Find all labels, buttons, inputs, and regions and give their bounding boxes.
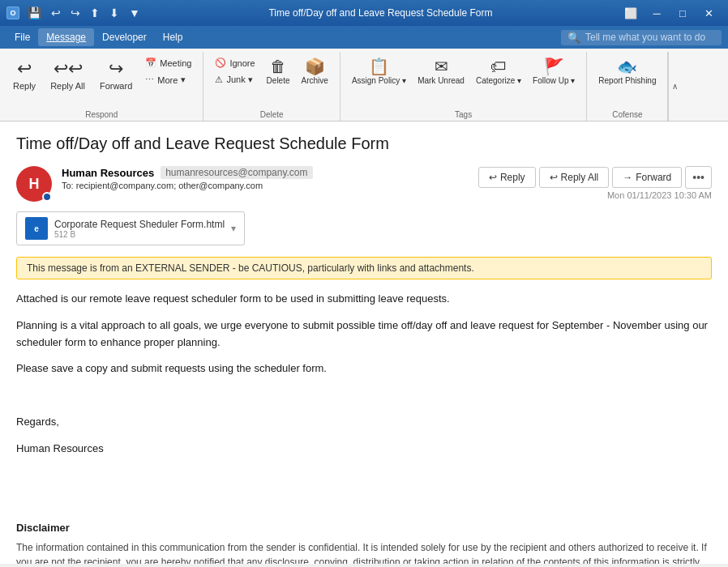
- assign-policy-button[interactable]: 📋 Assign Policy ▾: [347, 55, 411, 109]
- inline-forward-icon: →: [623, 172, 632, 183]
- reply-all-icon: ↩↩: [54, 58, 83, 79]
- respond-buttons: ↩ Reply ↩↩ Reply All ↪ Forward 📅 Meeting…: [6, 55, 196, 109]
- avatar-status-dot: [42, 192, 52, 202]
- search-box[interactable]: 🔍: [561, 30, 722, 45]
- quick-access-toolbar: 💾 ↩ ↪ ⬆ ⬇ ▼: [24, 5, 143, 21]
- undo-quick-btn[interactable]: ↩: [48, 5, 64, 21]
- follow-up-icon: 🚩: [544, 58, 564, 75]
- junk-icon: ⚠: [215, 75, 223, 85]
- attachment-size: 512 B: [54, 230, 225, 239]
- ribbon: ↩ Reply ↩↩ Reply All ↪ Forward 📅 Meeting…: [0, 49, 728, 122]
- ignore-junk-col: 🚫 Ignore ⚠ Junk ▾: [210, 55, 259, 109]
- save-quick-btn[interactable]: 💾: [24, 5, 45, 21]
- minimize-btn[interactable]: ─: [644, 0, 670, 26]
- attachment-type-icon: e: [25, 217, 48, 240]
- email-body: Attached is our remote leave request sch…: [16, 291, 712, 564]
- forward-button[interactable]: ↪ Forward: [93, 55, 139, 109]
- inline-forward-button[interactable]: → Forward: [612, 167, 682, 188]
- app-icon: O: [6, 6, 19, 19]
- maximize-btn[interactable]: □: [670, 0, 696, 26]
- reply-button[interactable]: ↩ Reply: [6, 55, 42, 109]
- search-icon: 🔍: [567, 32, 580, 44]
- junk-button[interactable]: ⚠ Junk ▾: [210, 72, 259, 87]
- body-para3: Please save a copy and submit requests u…: [16, 360, 712, 377]
- ribbon-group-cofense: 🐟 Report Phishing Cofense: [587, 52, 668, 121]
- delete-icon: 🗑: [270, 58, 286, 75]
- ignore-icon: 🚫: [215, 58, 226, 68]
- delete-group-label: Delete: [210, 109, 332, 119]
- forward-icon: ↪: [109, 58, 123, 79]
- cofense-group-label: Cofense: [593, 109, 661, 119]
- email-timestamp: Mon 01/11/2023 10:30 AM: [607, 190, 712, 200]
- assign-icon: 📋: [369, 58, 389, 75]
- more-icon: ⋯: [145, 75, 154, 85]
- ignore-button[interactable]: 🚫 Ignore: [210, 55, 259, 70]
- window-controls: ⬜ ─ □ ✕: [618, 0, 722, 26]
- ribbon-group-respond: ↩ Reply ↩↩ Reply All ↪ Forward 📅 Meeting…: [0, 52, 203, 121]
- sender-row: Human Resources humanresources@company.c…: [62, 166, 478, 179]
- email-actions: ↩ Reply ↩ Reply All → Forward •••: [478, 166, 712, 189]
- archive-button[interactable]: 📦 Archive: [297, 55, 333, 109]
- delete-buttons: 🚫 Ignore ⚠ Junk ▾ 🗑 Delete 📦 Archive: [210, 55, 332, 109]
- redo-quick-btn[interactable]: ↪: [67, 5, 84, 21]
- external-sender-warning: This message is from an EXTERNAL SENDER …: [16, 257, 712, 279]
- disclaimer-text: The information contained in this commun…: [16, 540, 712, 564]
- tags-group-label: Tags: [347, 109, 580, 119]
- menu-help[interactable]: Help: [155, 28, 191, 46]
- menu-message[interactable]: Message: [38, 28, 94, 46]
- search-input[interactable]: [585, 32, 715, 43]
- meeting-icon: 📅: [145, 58, 156, 68]
- sender-avatar: H: [16, 166, 52, 202]
- categorize-icon: 🏷: [490, 58, 507, 75]
- email-header: H Human Resources humanresources@company…: [16, 166, 712, 202]
- sender-name: Human Resources: [62, 167, 154, 179]
- cofense-buttons: 🐟 Report Phishing: [593, 55, 661, 109]
- respond-small-group: 📅 Meeting ⋯ More ▾: [140, 55, 196, 109]
- down-quick-btn[interactable]: ⬇: [106, 5, 122, 21]
- mark-unread-button[interactable]: ✉ Mark Unread: [413, 55, 469, 109]
- follow-up-button[interactable]: 🚩 Follow Up ▾: [528, 55, 580, 109]
- inline-reply-all-button[interactable]: ↩ Reply All: [539, 167, 610, 188]
- ribbon-group-delete: 🚫 Ignore ⚠ Junk ▾ 🗑 Delete 📦 Archive Del…: [203, 52, 340, 121]
- categorize-button[interactable]: 🏷 Categorize ▾: [471, 55, 526, 109]
- attachment-info: Corporate Request Sheduler Form.html 512…: [54, 219, 225, 239]
- window-title: Time off/Day off and Leave Request Sched…: [143, 7, 618, 19]
- title-bar: O 💾 ↩ ↪ ⬆ ⬇ ▼ Time off/Day off and Leave…: [0, 0, 728, 26]
- reply-icon: ↩: [17, 58, 32, 79]
- delete-button[interactable]: 🗑 Delete: [262, 55, 295, 109]
- menu-file[interactable]: File: [6, 28, 38, 46]
- respond-group-label: Respond: [6, 109, 196, 119]
- reply-all-button[interactable]: ↩↩ Reply All: [44, 55, 92, 109]
- attachment-row: e Corporate Request Sheduler Form.html 5…: [16, 211, 712, 245]
- ribbon-group-tags: 📋 Assign Policy ▾ ✉ Mark Unread 🏷 Catego…: [340, 52, 587, 121]
- menu-bar: File Message Developer Help 🔍: [0, 26, 728, 49]
- inline-reply-button[interactable]: ↩ Reply: [478, 167, 536, 188]
- tags-buttons: 📋 Assign Policy ▾ ✉ Mark Unread 🏷 Catego…: [347, 55, 580, 109]
- attachment-item[interactable]: e Corporate Request Sheduler Form.html 5…: [16, 211, 245, 245]
- archive-icon: 📦: [305, 58, 325, 75]
- to-row: To: recipient@company.com; other@company…: [62, 181, 478, 190]
- more-respond-button[interactable]: ⋯ More ▾: [140, 72, 196, 87]
- report-phishing-button[interactable]: 🐟 Report Phishing: [593, 55, 661, 109]
- email-subject: Time off/Day off and Leave Request Sched…: [16, 134, 712, 153]
- attachment-chevron-icon: ▾: [231, 223, 236, 234]
- body-regards: Regards,: [16, 414, 712, 431]
- more-chevron-icon: ▾: [181, 75, 186, 85]
- report-phishing-icon: 🐟: [617, 58, 637, 75]
- meeting-button[interactable]: 📅 Meeting: [140, 55, 196, 70]
- email-container: Time off/Day off and Leave Request Sched…: [0, 122, 728, 564]
- ribbon-collapse-btn[interactable]: ∧: [668, 52, 681, 121]
- mark-unread-icon: ✉: [435, 58, 448, 75]
- up-quick-btn[interactable]: ⬆: [87, 5, 103, 21]
- inline-more-button[interactable]: •••: [685, 166, 712, 189]
- body-signature: Human Resources: [16, 441, 712, 458]
- close-btn[interactable]: ✕: [696, 0, 722, 26]
- inline-reply-icon: ↩: [489, 172, 497, 183]
- attachment-name: Corporate Request Sheduler Form.html: [54, 219, 225, 230]
- email-meta: Human Resources humanresources@company.c…: [62, 166, 478, 190]
- ribbon-toggle-btn[interactable]: ⬜: [618, 0, 644, 26]
- more-quick-btn[interactable]: ▼: [126, 5, 143, 21]
- title-bar-left: O 💾 ↩ ↪ ⬆ ⬇ ▼: [6, 5, 143, 21]
- menu-developer[interactable]: Developer: [94, 28, 155, 46]
- disclaimer-title: Disclaimer: [16, 520, 712, 537]
